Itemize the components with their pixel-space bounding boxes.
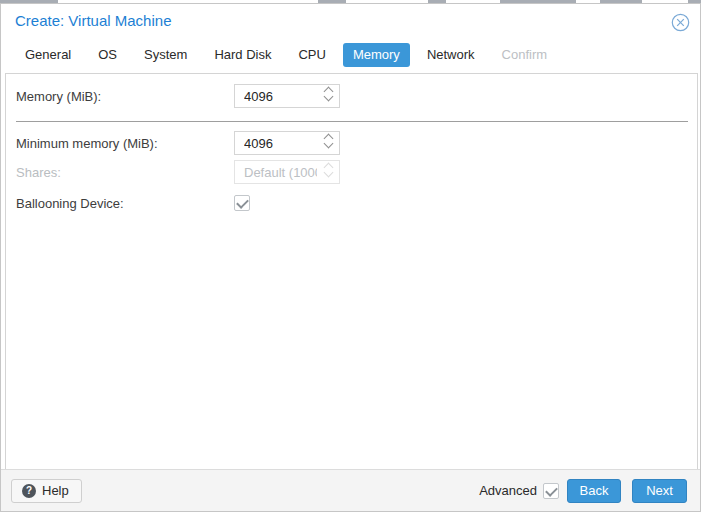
tab-os[interactable]: OS xyxy=(88,43,127,67)
ballooning-label: Ballooning Device: xyxy=(16,196,234,211)
advanced-section-divider xyxy=(16,121,688,122)
footer-actions: Advanced Back Next xyxy=(479,479,687,503)
shares-row: Shares: xyxy=(16,160,697,184)
memory-label: Memory (MiB): xyxy=(16,89,234,104)
spinner-down-icon xyxy=(324,168,334,178)
memory-row: Memory (MiB): xyxy=(16,84,697,108)
tab-hard-disk[interactable]: Hard Disk xyxy=(204,43,281,67)
tab-network[interactable]: Network xyxy=(417,43,485,67)
spinner-down-icon[interactable] xyxy=(324,92,334,102)
tab-cpu[interactable]: CPU xyxy=(288,43,335,67)
memory-form-panel: Memory (MiB): Minimum memory (MiB): xyxy=(5,73,698,473)
min-memory-field xyxy=(234,131,340,155)
tab-general[interactable]: General xyxy=(15,43,81,67)
back-button[interactable]: Back xyxy=(567,479,621,503)
wizard-tab-bar: General OS System Hard Disk CPU Memory N… xyxy=(15,43,564,67)
create-vm-dialog: Create: Virtual Machine General OS Syste… xyxy=(0,3,701,512)
close-button[interactable] xyxy=(670,12,690,32)
help-button-label: Help xyxy=(42,483,69,498)
shares-label: Shares: xyxy=(16,165,234,180)
shares-spinner xyxy=(325,164,332,176)
min-memory-input[interactable] xyxy=(235,136,317,151)
spinner-down-icon[interactable] xyxy=(324,139,334,149)
footer-toolbar: ? Help Advanced Back Next xyxy=(1,469,700,511)
shares-input xyxy=(235,165,317,180)
help-icon: ? xyxy=(22,484,36,498)
shares-field xyxy=(234,160,340,184)
advanced-checkbox[interactable] xyxy=(543,483,559,499)
next-button[interactable]: Next xyxy=(632,479,687,503)
min-memory-label: Minimum memory (MiB): xyxy=(16,136,234,151)
tab-confirm: Confirm xyxy=(492,43,558,67)
min-memory-spinner[interactable] xyxy=(325,135,332,147)
close-icon xyxy=(671,13,690,32)
tab-memory[interactable]: Memory xyxy=(343,43,410,67)
min-memory-row: Minimum memory (MiB): xyxy=(16,131,697,155)
memory-input[interactable] xyxy=(235,89,317,104)
dialog-title: Create: Virtual Machine xyxy=(15,12,171,29)
memory-spinner[interactable] xyxy=(325,88,332,100)
tab-system[interactable]: System xyxy=(134,43,197,67)
ballooning-checkbox[interactable] xyxy=(234,195,250,211)
help-button[interactable]: ? Help xyxy=(11,479,82,503)
advanced-label: Advanced xyxy=(479,483,537,498)
ballooning-row: Ballooning Device: xyxy=(16,191,697,215)
memory-field xyxy=(234,84,340,108)
